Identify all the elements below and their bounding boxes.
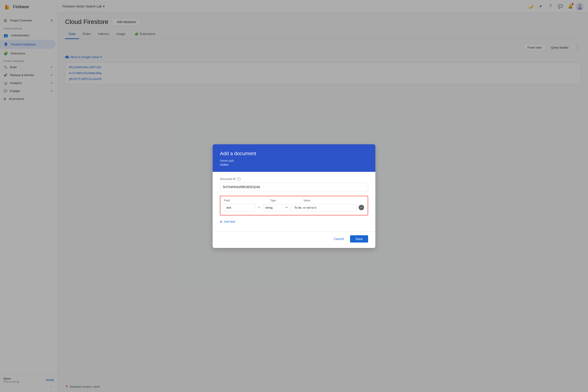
dialog-header: Add a document Parent path /notes [213, 144, 375, 172]
modal-overlay[interactable]: Add a document Parent path /notes Docume… [0, 0, 588, 392]
field-row-1: = string number boolean map array null t… [224, 204, 364, 211]
dialog-title: Add a document [220, 150, 368, 156]
field-column-header: Field [224, 199, 255, 202]
add-field-plus-icon: ⊕ [220, 220, 222, 223]
doc-id-label: Document ID ? [220, 177, 368, 181]
save-button[interactable]: Save [350, 235, 368, 242]
dialog-parent-path: /notes [220, 163, 368, 166]
add-field-button[interactable]: ⊕ Add field [220, 218, 235, 225]
field-type-select[interactable]: string number boolean map array null tim… [263, 204, 290, 211]
doc-id-help-icon[interactable]: ? [237, 177, 241, 181]
type-column-header: Type [270, 199, 297, 202]
field-value-input[interactable] [292, 204, 357, 211]
fields-section: Field Type Value = string number boolean… [220, 196, 368, 216]
cancel-button[interactable]: Cancel [329, 235, 348, 242]
value-column-header: Value [304, 199, 364, 202]
dialog-parent-label: Parent path [220, 159, 368, 162]
dialog-body: Document ID ? Field Type Value = string [213, 172, 375, 232]
add-document-dialog: Add a document Parent path /notes Docume… [213, 144, 375, 248]
field-headers: Field Type Value [224, 199, 364, 202]
minus-icon: − [360, 206, 362, 210]
remove-field-button[interactable]: − [359, 205, 364, 210]
dialog-footer: Cancel Save [213, 232, 375, 248]
field-name-input[interactable] [224, 204, 255, 211]
document-id-input[interactable] [220, 183, 368, 191]
equals-sign: = [257, 206, 261, 209]
